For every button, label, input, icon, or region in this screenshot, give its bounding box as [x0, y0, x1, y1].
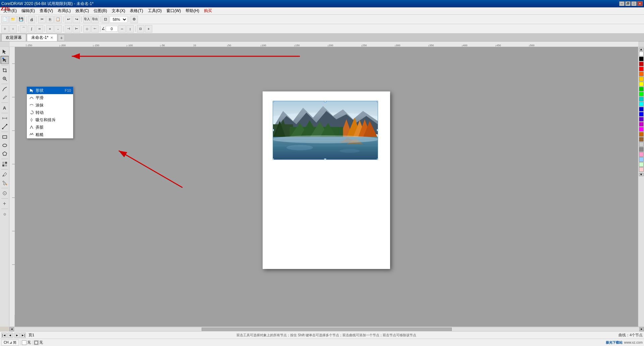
handle-bottom-left[interactable] [273, 158, 274, 160]
ctx-item-attract[interactable]: 吸引和排斥 [27, 116, 73, 124]
handle-top-left[interactable] [273, 101, 274, 102]
tab-add-button[interactable]: + [58, 34, 65, 41]
pen-tool[interactable] [1, 93, 9, 101]
swatch-gold[interactable] [639, 77, 644, 81]
snap-tool[interactable]: ⊙ [1, 210, 9, 218]
ctx-item-rough[interactable]: 粗糙 [27, 131, 73, 138]
nodes-display-button[interactable]: ⊡ [137, 25, 144, 32]
swatch-red[interactable] [639, 67, 644, 71]
del-node-button[interactable]: - [54, 25, 62, 32]
swatch-lightgray[interactable] [639, 142, 644, 147]
zoom-dropdown[interactable]: 58% [110, 16, 127, 23]
palette-scroll-down[interactable]: ▼ [639, 173, 644, 176]
join-nodes-button[interactable]: ⊢ [73, 25, 80, 32]
menu-text[interactable]: 文本(X) [110, 7, 127, 14]
swatch-darkpurple[interactable] [639, 117, 644, 122]
menu-help[interactable]: 帮助(H) [183, 7, 201, 14]
menu-layout[interactable]: 布局(L) [56, 7, 73, 14]
add-node-button[interactable]: + [46, 25, 54, 32]
export-button[interactable]: 导出 [91, 16, 99, 23]
fill-swatch[interactable] [22, 340, 26, 345]
handle-top-mid[interactable] [324, 101, 326, 102]
swatch-yellow[interactable] [639, 82, 644, 86]
node-cusp-button[interactable]: ◇ [83, 25, 91, 32]
fill-tool[interactable] [1, 179, 9, 187]
shape-tool[interactable] [1, 56, 9, 64]
scroll-left-button[interactable]: ◄ [9, 327, 14, 331]
ctx-item-shape[interactable]: 形状 F10 [27, 87, 73, 94]
paste-button[interactable]: 📋 [54, 16, 62, 23]
connector-tool[interactable] [1, 123, 9, 131]
import-button[interactable]: 导入 [83, 16, 91, 23]
handle-right-mid[interactable] [377, 129, 378, 131]
swatch-tan[interactable] [639, 137, 644, 142]
swatch-orange[interactable] [639, 72, 644, 76]
rectangle-tool[interactable] [1, 133, 9, 141]
freehand-tool[interactable] [1, 85, 9, 93]
undo-button[interactable]: ↩ [65, 16, 72, 23]
tab-document[interactable]: 未命名-1* ✕ [27, 34, 57, 41]
outline-swatch[interactable] [34, 340, 39, 345]
elastic-button[interactable]: ⟜ [91, 25, 99, 32]
swatch-green[interactable] [639, 92, 644, 96]
swatch-brown[interactable] [639, 132, 644, 137]
zoom-tool[interactable] [1, 75, 9, 83]
menu-buy[interactable]: 购买 [202, 7, 214, 14]
menu-view[interactable]: 查看(V) [38, 7, 55, 14]
maximize-button[interactable]: □ [631, 1, 637, 6]
handle-left-mid[interactable] [273, 129, 274, 131]
print-button[interactable]: 🖨 [28, 16, 35, 23]
ctx-item-smooth[interactable]: 平滑 [27, 94, 73, 101]
swatch-lightblue[interactable] [639, 157, 644, 162]
swatch-black[interactable] [639, 57, 644, 61]
ctx-item-smear[interactable]: 涂抹 [27, 101, 73, 109]
node-symm-button[interactable]: ∞ [36, 25, 43, 32]
swatch-magenta[interactable] [639, 127, 644, 132]
save-button[interactable]: 💾 [17, 16, 25, 23]
swatch-darkmagenta[interactable] [639, 122, 644, 127]
node-smooth-button[interactable]: ∫ [28, 25, 35, 32]
zoom-fit-button[interactable]: ⊡ [102, 16, 109, 23]
tab-welcome[interactable]: 欢迎屏幕 [1, 34, 26, 41]
horizontal-scrollbar[interactable]: ◄ ► [9, 327, 644, 331]
new-button[interactable]: 📄 [1, 16, 9, 23]
scroll-thumb[interactable] [202, 328, 452, 331]
scroll-track[interactable] [14, 328, 639, 331]
swatch-darkblue[interactable] [639, 107, 644, 112]
color-mode-display[interactable]: CH ⊿ 简 [1, 340, 19, 346]
mirror-h-button[interactable]: ↔ [118, 25, 126, 32]
ctx-item-dirty[interactable]: 弄脏 [27, 124, 73, 131]
restore-button[interactable]: 🗗 [625, 1, 631, 6]
swatch-darkgreen[interactable] [639, 87, 644, 91]
swatch-white[interactable] [639, 52, 644, 56]
more-button[interactable]: + [145, 25, 152, 32]
menu-window[interactable]: 窗口(W) [164, 7, 183, 14]
ctx-item-twirl[interactable]: 转动 [27, 109, 73, 116]
options-button[interactable]: ⚙ [130, 16, 138, 23]
swatch-blue[interactable] [639, 112, 644, 117]
last-page-button[interactable]: ►| [20, 333, 26, 338]
swatch-darkcyan[interactable] [639, 97, 644, 101]
menu-table[interactable]: 表格(T) [128, 7, 145, 14]
handle-bottom-mid[interactable] [324, 158, 326, 160]
break-curve-button[interactable]: ⊣ [65, 25, 72, 32]
swatch-pink[interactable] [639, 152, 644, 157]
next-page-button[interactable]: ► [14, 333, 20, 338]
open-button[interactable]: 📁 [9, 16, 17, 23]
first-page-button[interactable]: |◄ [1, 333, 7, 338]
ellipse-tool[interactable] [1, 141, 9, 149]
swatch-darkred[interactable] [639, 62, 644, 66]
deselect-nodes-button[interactable]: ○ [9, 25, 17, 32]
text-tool[interactable]: A [1, 104, 9, 112]
pattern-tool[interactable] [1, 160, 9, 168]
node-type-button[interactable]: ⌒ [20, 25, 27, 32]
prev-page-button[interactable]: ◄ [7, 333, 13, 338]
canvas-area[interactable]: 形状 F10 平滑 涂抹 [15, 47, 638, 327]
add-page-tool[interactable]: + [1, 200, 9, 208]
cut-button[interactable]: ✂ [38, 16, 46, 23]
select-all-nodes-button[interactable]: ⊹ [1, 25, 9, 32]
menu-tools[interactable]: 工具(O) [146, 7, 164, 14]
close-button[interactable]: ✕ [637, 1, 643, 6]
crop-tool[interactable] [1, 66, 9, 74]
swatch-lightpink[interactable] [639, 167, 644, 172]
